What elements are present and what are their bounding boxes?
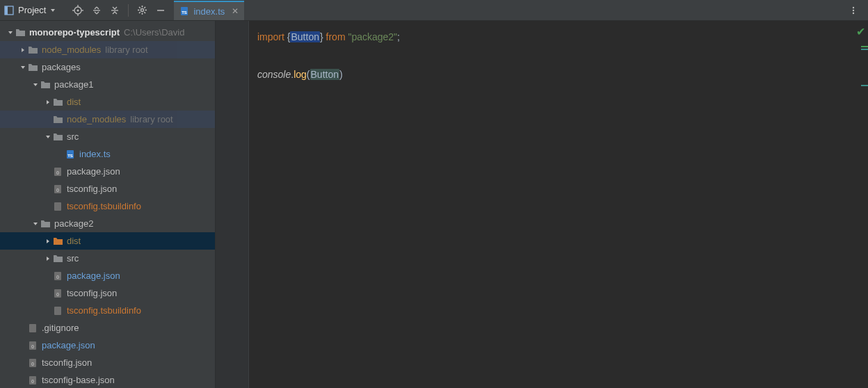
folder-icon xyxy=(28,63,38,72)
svg-point-23 xyxy=(853,9,854,10)
tree-label: .gitignore xyxy=(42,323,79,333)
tree-label: package.json xyxy=(67,270,120,281)
folder-icon xyxy=(40,80,51,89)
svg-text:{}: {} xyxy=(31,362,34,366)
svg-text:TS: TS xyxy=(182,10,188,15)
svg-rect-38 xyxy=(29,341,36,350)
tree-pkg2-tsconfig[interactable]: {} tsconfig.json xyxy=(0,284,215,302)
tree-label: package1 xyxy=(54,79,93,90)
tree-root-tsconfig[interactable]: {} tsconfig.json xyxy=(0,354,215,371)
tree-pkg1-src[interactable]: src xyxy=(0,128,215,145)
tree-label: node_modules xyxy=(67,114,126,124)
json-file-icon: {} xyxy=(28,341,38,350)
svg-text:TS: TS xyxy=(67,154,73,158)
svg-line-16 xyxy=(145,12,146,13)
expand-all-button[interactable] xyxy=(88,0,106,20)
folder-icon xyxy=(53,254,63,263)
tree-pkg1-nm[interactable]: node_modules library root xyxy=(0,111,215,128)
tree-hint: library root xyxy=(105,45,147,55)
tree-label: tsconfig-base.json xyxy=(42,375,115,385)
editor-marks: ✔ xyxy=(858,21,868,388)
chevron-right-icon xyxy=(19,47,26,54)
project-tree[interactable]: monorepo-typescript C:\Users\David node_… xyxy=(0,21,215,388)
editor-content[interactable]: import {Button} from "package2"; console… xyxy=(249,21,868,388)
project-sidebar: monorepo-typescript C:\Users\David node_… xyxy=(0,21,216,388)
folder-icon xyxy=(28,45,38,54)
tree-label: src xyxy=(67,131,79,142)
gear-icon xyxy=(137,5,147,15)
code-line xyxy=(257,47,868,65)
tree-label: package2 xyxy=(54,218,93,229)
svg-text:{}: {} xyxy=(56,292,59,296)
tree-packages[interactable]: packages xyxy=(0,58,215,76)
folder-icon xyxy=(53,115,63,124)
svg-rect-34 xyxy=(54,289,61,298)
tree-pkg2-dist[interactable]: dist xyxy=(0,232,215,250)
ts-file-icon: TS xyxy=(179,6,189,16)
tree-gitignore[interactable]: .gitignore xyxy=(0,319,215,337)
svg-rect-42 xyxy=(29,376,36,385)
mark-teal xyxy=(861,85,868,86)
tree-pkg2-tsbuildinfo[interactable]: tsconfig.tsbuildinfo xyxy=(0,302,215,319)
folder-icon xyxy=(53,132,63,141)
json-file-icon: {} xyxy=(53,184,63,194)
tree-label: monorepo-typescript xyxy=(29,27,120,38)
chevron-right-icon xyxy=(45,255,51,262)
tree-pkg2-packagejson[interactable]: {} package.json xyxy=(0,267,215,284)
more-vertical-icon xyxy=(849,6,858,15)
tree-package1[interactable]: package1 xyxy=(0,76,215,93)
project-icon xyxy=(4,6,14,15)
minimize-icon xyxy=(156,6,166,15)
tree-label: dist xyxy=(67,97,81,107)
project-panel-button[interactable]: Project xyxy=(0,0,61,20)
svg-rect-32 xyxy=(54,272,61,280)
tree-node-modules[interactable]: node_modules library root xyxy=(0,41,215,58)
tab-index-ts[interactable]: TS index.ts ✕ xyxy=(174,1,244,20)
tree-label: tsconfig.json xyxy=(42,357,92,368)
chevron-down-icon xyxy=(45,134,51,140)
folder-icon xyxy=(53,97,63,106)
hide-button[interactable] xyxy=(152,0,170,20)
tree-pkg1-dist[interactable]: dist xyxy=(0,93,215,111)
tree-label: package.json xyxy=(67,166,120,177)
folder-icon xyxy=(53,236,63,245)
close-icon[interactable]: ✕ xyxy=(232,6,239,16)
tree-pkg1-packagejson[interactable]: {} package.json xyxy=(0,163,215,180)
chevron-down-icon xyxy=(7,29,14,36)
code-line: import {Button} from "package2"; xyxy=(257,28,868,47)
tree-pkg1-tsconfig[interactable]: {} tsconfig.json xyxy=(0,180,215,197)
tree-pkg1-tsbuildinfo[interactable]: tsconfig.tsbuildinfo xyxy=(0,197,215,215)
chevron-down-icon xyxy=(50,8,56,13)
chevron-down-icon xyxy=(32,81,39,88)
svg-text:{}: {} xyxy=(56,170,59,175)
settings-button[interactable] xyxy=(133,0,152,20)
check-icon: ✔ xyxy=(856,25,865,38)
svg-point-2 xyxy=(74,7,81,14)
chevron-down-icon xyxy=(19,64,26,71)
tree-label: tsconfig.json xyxy=(67,288,117,298)
ts-file-icon: TS xyxy=(65,149,75,159)
project-label: Project xyxy=(18,5,46,15)
tree-root-tsconfig-base[interactable]: {} tsconfig-base.json xyxy=(0,371,215,388)
svg-point-3 xyxy=(77,9,79,11)
more-button[interactable] xyxy=(844,6,862,15)
svg-rect-27 xyxy=(54,168,61,176)
svg-point-10 xyxy=(141,9,144,12)
code-editor[interactable]: import {Button} from "package2"; console… xyxy=(216,21,868,388)
tree-package2[interactable]: package2 xyxy=(0,215,215,232)
file-icon xyxy=(53,202,63,211)
tab-filename: index.ts xyxy=(193,6,225,17)
expand-icon xyxy=(92,6,102,15)
svg-rect-25 xyxy=(67,150,74,159)
tree-root[interactable]: monorepo-typescript C:\Users\David xyxy=(0,24,215,41)
svg-point-22 xyxy=(853,6,854,8)
json-file-icon: {} xyxy=(28,375,38,385)
tree-root-packagejson[interactable]: {} package.json xyxy=(0,337,215,354)
collapse-all-button[interactable] xyxy=(106,0,124,20)
locate-button[interactable] xyxy=(68,0,88,20)
tree-pkg1-index[interactable]: TS index.ts xyxy=(0,145,215,163)
toolbar-separator xyxy=(128,4,129,17)
tree-pkg2-src[interactable]: src xyxy=(0,250,215,267)
svg-text:{}: {} xyxy=(31,379,34,383)
tree-hint: C:\Users\David xyxy=(124,27,184,38)
